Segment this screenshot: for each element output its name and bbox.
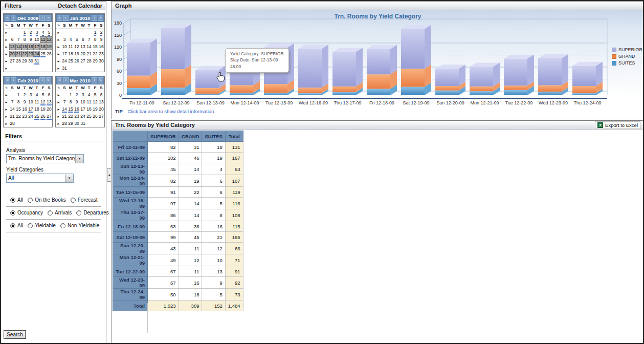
calendar-prev-year-button[interactable]: « <box>5 77 10 83</box>
calendar-day[interactable]: 24 <box>28 113 34 120</box>
calendar-next-year-button[interactable]: » <box>98 77 103 83</box>
calendar-day[interactable]: 10 <box>80 99 86 105</box>
calendar-day[interactable]: 24 <box>61 58 68 64</box>
calendar-day[interactable]: 14 <box>61 106 68 113</box>
bar-segment-SUPERIOR-Fri_12-18-09[interactable] <box>367 45 397 74</box>
calendar-day[interactable]: 2 <box>21 92 28 98</box>
select-week-arrow-icon[interactable]: ► <box>56 67 61 70</box>
calendar-day[interactable]: 20 <box>9 51 15 57</box>
bar-segment-SUPERIOR-Sat_12-12-09[interactable] <box>161 24 191 69</box>
calendar-day[interactable]: 21 <box>15 51 21 57</box>
chevron-down-icon[interactable]: ▼ <box>65 174 73 182</box>
select-week-arrow-icon[interactable]: ► <box>56 38 61 41</box>
select-week-arrow-icon[interactable]: ► <box>56 59 61 63</box>
calendar-day[interactable]: 10 <box>28 99 34 105</box>
calendar-day[interactable]: 26 <box>40 113 46 120</box>
calendar-day[interactable]: 13 <box>80 44 86 50</box>
radio-option-non-yieldable[interactable]: Non-Yieldable <box>60 223 99 228</box>
select-week-arrow-icon[interactable]: ► <box>56 122 61 125</box>
select-week-arrow-icon[interactable]: ► <box>4 93 9 97</box>
calendar-day[interactable]: 22 <box>92 51 98 57</box>
select-week-arrow-icon[interactable]: ► <box>56 100 61 104</box>
calendar-day[interactable]: 18 <box>40 44 46 50</box>
calendar-day[interactable]: 16 <box>21 106 28 113</box>
calendar-next-year-button[interactable]: » <box>98 15 103 21</box>
calendar-day[interactable]: 27 <box>46 113 52 120</box>
calendar-day[interactable]: 17 <box>61 51 68 57</box>
radio-button-icon[interactable] <box>76 210 81 216</box>
calendar-day[interactable]: 20 <box>98 106 104 113</box>
calendar-next-month-button[interactable]: › <box>39 15 45 21</box>
select-week-arrow-icon[interactable]: ► <box>56 115 61 118</box>
calendar-day[interactable]: 14 <box>15 44 21 50</box>
calendar-day[interactable]: 12 <box>46 36 52 43</box>
calendar-day[interactable]: 9 <box>98 36 104 43</box>
calendar-day[interactable]: 13 <box>98 99 104 105</box>
calendar-day[interactable]: 21 <box>86 51 92 57</box>
calendar-prev-year-button[interactable]: « <box>57 77 62 83</box>
bar-segment-SUPERIOR-Thu_12-24-09[interactable] <box>572 62 603 86</box>
calendar-day[interactable]: 22 <box>21 51 28 57</box>
calendar-day[interactable]: 29 <box>21 58 28 64</box>
radio-button-icon[interactable] <box>10 223 15 228</box>
calendar-day[interactable]: 17 <box>80 106 86 113</box>
select-week-arrow-icon[interactable]: ► <box>56 31 61 34</box>
calendar-day[interactable]: 28 <box>9 120 15 127</box>
select-week-arrow-icon[interactable]: ► <box>4 115 9 118</box>
calendar-day[interactable]: 13 <box>9 44 15 50</box>
select-week-arrow-icon[interactable]: ► <box>4 107 9 111</box>
calendar-day[interactable]: 15 <box>68 106 74 113</box>
calendar-day[interactable]: 3 <box>34 29 40 36</box>
radio-button-icon[interactable] <box>60 223 65 228</box>
select-all-weeks-icon[interactable]: ⇘ <box>56 23 61 27</box>
radio-button-icon[interactable] <box>10 198 15 203</box>
calendar-day[interactable]: 3 <box>28 92 34 98</box>
calendar-day[interactable]: 4 <box>40 29 46 36</box>
calendar-day[interactable]: 26 <box>46 51 52 57</box>
calendar-day[interactable]: 6 <box>80 36 86 43</box>
calendar-prev-month-button[interactable]: ‹ <box>63 77 69 83</box>
calendar-day[interactable]: 19 <box>74 51 80 57</box>
select-week-arrow-icon[interactable]: ► <box>4 122 9 125</box>
calendar-day[interactable]: 8 <box>68 99 74 105</box>
calendar-day[interactable]: 22 <box>15 113 21 120</box>
calendar-day[interactable]: 6 <box>46 92 52 98</box>
calendar-day[interactable]: 4 <box>34 92 40 98</box>
search-button[interactable]: Search <box>4 330 26 339</box>
calendar-day[interactable]: 7 <box>15 36 21 43</box>
bar-segment-SUPERIOR-Wed_12-23-09[interactable] <box>538 54 568 85</box>
calendar-day[interactable]: 31 <box>34 58 40 64</box>
select-week-arrow-icon[interactable]: ► <box>4 38 9 41</box>
calendar-next-year-button[interactable]: » <box>46 77 51 83</box>
radio-option-all[interactable]: All <box>10 223 23 228</box>
calendar-day[interactable]: 18 <box>68 51 74 57</box>
calendar-day[interactable]: 18 <box>34 106 40 113</box>
calendar-day[interactable]: 6 <box>9 36 15 43</box>
calendar-day[interactable]: 28 <box>61 120 68 127</box>
calendar-day[interactable]: 1 <box>68 92 74 98</box>
calendar-day[interactable]: 27 <box>98 113 104 120</box>
calendar-day[interactable]: 4 <box>86 92 92 98</box>
calendar-day[interactable]: 5 <box>40 92 46 98</box>
bar-segment-SUPERIOR-Tue_12-22-09[interactable] <box>504 55 534 85</box>
calendar-next-month-button[interactable]: › <box>92 15 97 21</box>
select-week-arrow-icon[interactable]: ► <box>56 107 61 111</box>
bar-segment-SUPERIOR-Sun_12-20-09[interactable] <box>435 64 465 86</box>
calendar-day[interactable]: 24 <box>80 113 86 120</box>
calendar-day[interactable]: 9 <box>74 99 80 105</box>
calendar-day[interactable]: 23 <box>28 51 34 57</box>
calendar-day[interactable]: 12 <box>92 99 98 105</box>
calendar-day[interactable]: 13 <box>46 99 52 105</box>
calendar-day[interactable]: 9 <box>21 99 28 105</box>
calendar-day[interactable]: 1 <box>21 29 28 36</box>
select-all-weeks-icon[interactable]: ⇘ <box>56 85 61 90</box>
radio-option-forecast[interactable]: Forecast <box>71 197 98 203</box>
calendar-day[interactable]: 25 <box>40 51 46 57</box>
calendar-day[interactable]: 19 <box>92 106 98 113</box>
calendar-day[interactable]: 23 <box>21 113 28 120</box>
calendar-day[interactable]: 24 <box>34 51 40 57</box>
calendar-day[interactable]: 27 <box>80 58 86 64</box>
bar-segment-SUPERIOR-Wed_12-16-09[interactable] <box>298 45 328 88</box>
calendar-day[interactable]: 25 <box>34 113 40 120</box>
calendar-day[interactable]: 14 <box>9 106 15 113</box>
